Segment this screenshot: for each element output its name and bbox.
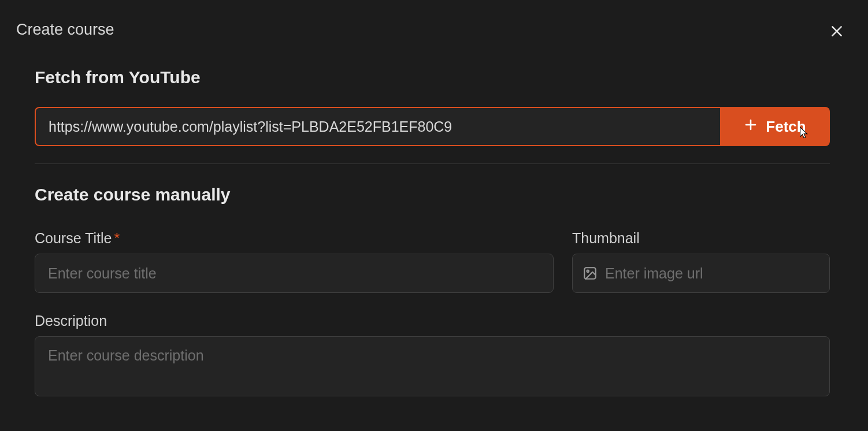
modal-title: Create course <box>16 21 852 39</box>
section-divider <box>35 164 830 164</box>
thumbnail-input-wrap <box>572 254 830 293</box>
close-icon <box>829 24 844 41</box>
description-input[interactable] <box>35 336 830 396</box>
course-title-field: Course Title* <box>35 230 554 293</box>
description-field: Description <box>35 313 830 396</box>
thumbnail-label: Thumbnail <box>572 230 830 247</box>
plus-icon <box>744 118 758 136</box>
course-title-input[interactable] <box>35 254 554 293</box>
modal-content: Fetch from YouTube Fetch Create course m… <box>16 68 852 396</box>
fetch-button[interactable]: Fetch <box>720 107 830 146</box>
thumbnail-url-input[interactable] <box>572 254 830 293</box>
svg-point-5 <box>587 270 588 272</box>
youtube-fetch-row: Fetch <box>35 107 830 146</box>
close-button[interactable] <box>826 22 847 43</box>
course-title-label: Course Title* <box>35 230 554 247</box>
manual-section-heading: Create course manually <box>35 185 830 205</box>
youtube-url-input[interactable] <box>35 107 720 146</box>
course-title-label-text: Course Title <box>35 230 112 246</box>
image-icon <box>583 266 598 281</box>
required-indicator: * <box>114 230 120 246</box>
create-course-modal: Create course Fetch from YouTube Fetch <box>0 0 868 431</box>
youtube-section-heading: Fetch from YouTube <box>35 68 830 87</box>
title-thumbnail-row: Course Title* Thumbnail <box>35 230 830 293</box>
description-label: Description <box>35 313 830 329</box>
fetch-button-label: Fetch <box>766 118 806 136</box>
thumbnail-field: Thumbnail <box>572 230 830 293</box>
